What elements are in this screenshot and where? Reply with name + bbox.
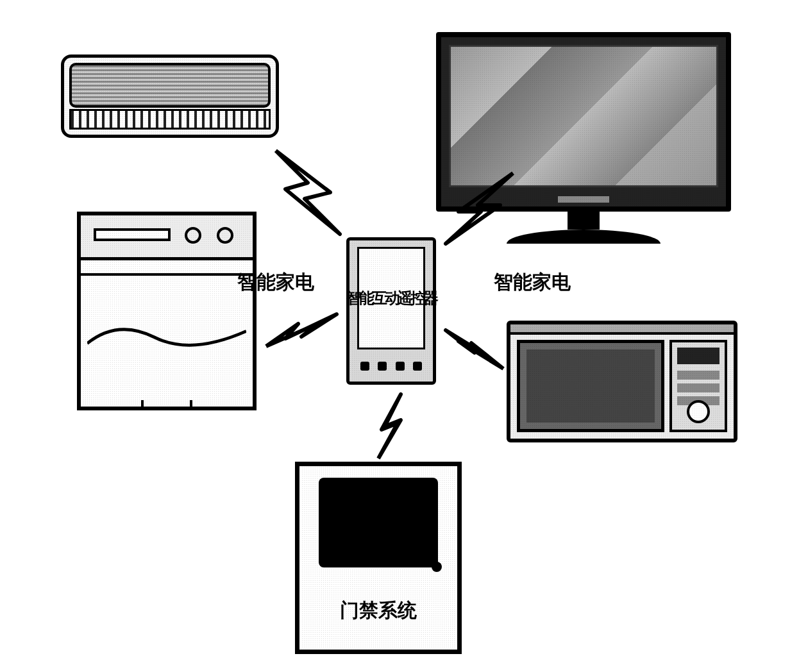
- microwave-door: [517, 340, 664, 432]
- microwave-display: [677, 348, 720, 364]
- wireless-signal-icon: [269, 147, 346, 237]
- remote-screen: 智能互动遥控器: [357, 247, 425, 349]
- remote-button-icon: [413, 362, 422, 371]
- microwave-window: [526, 349, 655, 423]
- divider: [81, 273, 253, 276]
- wireless-signal-icon: [263, 308, 340, 359]
- door-access-device: 门禁系统: [295, 462, 462, 654]
- air-conditioner-device: [61, 55, 279, 138]
- ac-vent-top: [69, 63, 271, 108]
- right-group-label: 智能家电: [494, 269, 571, 296]
- dishwasher-slot: [94, 228, 171, 241]
- microwave-button: [677, 371, 720, 380]
- remote-button-row: [356, 357, 426, 375]
- tv-stand-neck: [568, 212, 600, 230]
- dishwasher-device: [77, 212, 257, 410]
- dishwasher-knob-icon: [185, 227, 201, 244]
- dishwasher-handle: [141, 400, 192, 409]
- smart-remote-controller: 智能互动遥控器: [346, 237, 436, 385]
- tv-stand-base: [507, 230, 661, 244]
- microwave-dial-icon: [687, 400, 710, 423]
- remote-label: 智能互动遥控器: [346, 290, 436, 306]
- tv-brand-strip: [558, 196, 609, 203]
- dishwasher-control-panel: [81, 215, 253, 260]
- door-access-label: 门禁系统: [340, 598, 417, 624]
- tv-screen: [449, 45, 718, 187]
- dishwasher-knob-icon: [217, 227, 233, 244]
- microwave-control-panel: [669, 340, 727, 432]
- remote-button-icon: [360, 362, 369, 371]
- wireless-signal-icon: [442, 170, 519, 247]
- wireless-signal-icon: [366, 391, 410, 462]
- door-handle-icon: [432, 562, 442, 572]
- remote-button-icon: [378, 362, 387, 371]
- microwave-top: [510, 324, 734, 335]
- microwave-device: [507, 321, 737, 442]
- door-access-screen: [319, 478, 438, 567]
- wireless-signal-icon: [442, 327, 507, 378]
- ac-fins: [69, 109, 271, 130]
- microwave-button: [677, 383, 720, 392]
- left-group-label: 智能家电: [237, 269, 314, 296]
- dishwasher-wave-icon: [87, 324, 246, 350]
- remote-button-icon: [396, 362, 405, 371]
